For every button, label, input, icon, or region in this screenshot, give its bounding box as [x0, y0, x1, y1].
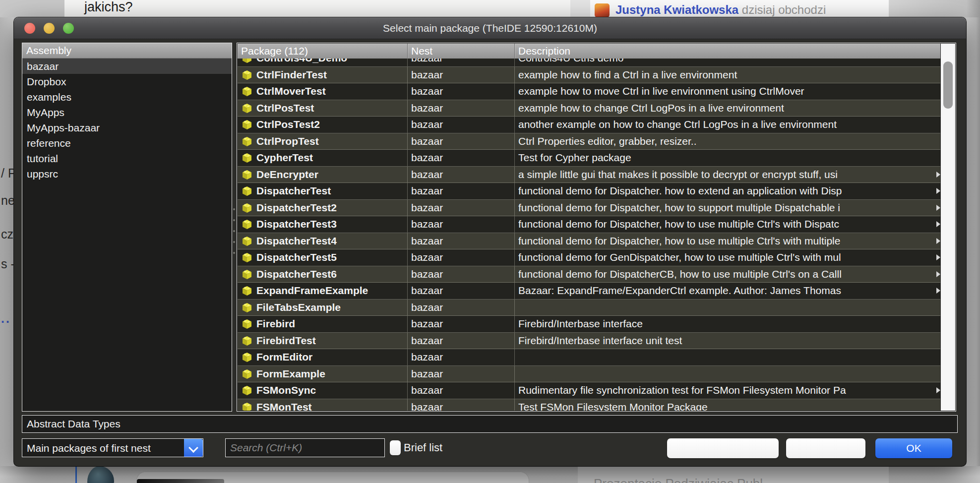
package-icon	[241, 169, 253, 181]
description-cell: Bazaar: ExpandFrame/ExpanderCtrl example…	[515, 283, 941, 299]
package-name-cell: Firebird	[238, 316, 408, 332]
table-row[interactable]: CtrlFinderTest bazaar example how to fin…	[238, 67, 941, 84]
package-icon	[241, 335, 253, 347]
description-cell: functional demo for DispatcherCB, how to…	[515, 266, 941, 283]
truncation-arrow-icon	[936, 271, 940, 277]
truncation-arrow-icon	[936, 221, 940, 227]
column-header-description[interactable]: Description	[515, 44, 941, 59]
dropdown-button[interactable]	[184, 439, 203, 457]
table-row[interactable]: CtrlPropTest bazaar Ctrl Properties edit…	[238, 133, 941, 150]
assembly-list-item[interactable]: MyApps	[22, 105, 232, 120]
assembly-list-item[interactable]: tutorial	[22, 151, 232, 166]
table-row[interactable]: FSMonTest bazaar Test FSMon Filesystem M…	[238, 399, 941, 411]
package-description-field[interactable]: Abstract Data Types	[22, 415, 958, 433]
assembly-list-item[interactable]: MyApps-bazaar	[22, 120, 232, 135]
assembly-list-item[interactable]: bazaar	[22, 59, 232, 74]
package-icon	[241, 135, 253, 147]
table-row[interactable]: FSMonSync bazaar Rudimentary file synchr…	[238, 382, 941, 399]
nest-cell: bazaar	[408, 300, 515, 316]
assembly-list-item[interactable]: reference	[22, 135, 232, 151]
table-row[interactable]: FirebirdTest bazaar Firebird/Interbase i…	[238, 333, 941, 350]
assembly-list-item[interactable]: examples	[22, 89, 232, 105]
assembly-list-item[interactable]: uppsrc	[22, 166, 232, 181]
table-row[interactable]: CtrlPosTest2 bazaar another example on h…	[238, 117, 941, 133]
description-cell	[515, 300, 941, 316]
description-cell: another example on how to change Ctrl Lo…	[515, 117, 941, 133]
table-row[interactable]: ExpandFrameExample bazaar Bazaar: Expand…	[238, 283, 941, 300]
scope-dropdown[interactable]: Main packages of first nest	[22, 438, 203, 457]
nest-cell: bazaar	[408, 283, 515, 299]
truncation-arrow-icon	[936, 238, 940, 244]
package-name-cell: DispatcherTest2	[238, 200, 408, 216]
nest-cell: bazaar	[408, 117, 515, 133]
package-name-cell: CtrlMoverTest	[238, 83, 408, 100]
description-cell	[515, 349, 941, 365]
table-row[interactable]: Firebird bazaar Firebird/Interbase inter…	[238, 316, 941, 333]
package-icon	[241, 268, 253, 280]
brief-list-checkbox[interactable]	[390, 440, 401, 455]
table-header: Package (112) Nest Description	[238, 44, 941, 59]
nest-cell: bazaar	[408, 100, 515, 117]
notification-text: Justyna Kwiatkowska dzisiaj obchodzi	[615, 3, 883, 17]
description-cell: functional demo for Dispatcher. how to e…	[515, 183, 941, 199]
package-name-cell: FSMonSync	[238, 382, 408, 399]
notification-user-link[interactable]: Justyna Kwiatkowska	[615, 3, 738, 16]
nest-cell: bazaar	[408, 83, 515, 100]
assembly-list-item[interactable]: Dropbox	[22, 74, 232, 89]
table-row[interactable]: DispatcherTest bazaar functional demo fo…	[238, 183, 941, 200]
table-row[interactable]: DispatcherTest5 bazaar functional demo f…	[238, 249, 941, 266]
package-name-cell: DispatcherTest4	[238, 233, 408, 249]
nest-cell: bazaar	[408, 133, 515, 150]
background-thumbnail	[137, 479, 224, 483]
background-right-strip	[966, 17, 980, 466]
table-row[interactable]: FormExample bazaar	[238, 366, 941, 383]
table-row[interactable]: CtrlPosTest bazaar example how to change…	[238, 100, 941, 117]
unlabeled-button-1[interactable]	[667, 438, 779, 458]
table-row[interactable]: DispatcherTest2 bazaar functional demo f…	[238, 200, 941, 217]
background-right-edge	[889, 0, 980, 17]
table-row[interactable]: FileTabsExample bazaar	[238, 300, 941, 316]
package-icon	[241, 119, 253, 130]
package-name-cell: DispatcherTest3	[238, 216, 408, 233]
truncation-arrow-icon	[936, 205, 940, 211]
search-input[interactable]	[225, 438, 385, 457]
description-cell: example how to move Ctrl in live environ…	[515, 83, 941, 100]
table-row[interactable]: DispatcherTest4 bazaar functional demo f…	[238, 233, 941, 250]
description-cell: functional demo for GenDispatcher, how t…	[515, 249, 941, 266]
table-row[interactable]: CtrlMoverTest bazaar example how to move…	[238, 83, 941, 100]
ok-button[interactable]: OK	[875, 438, 952, 458]
description-cell: example how to change Ctrl LogPos in a l…	[515, 100, 941, 117]
nest-cell: bazaar	[408, 333, 515, 349]
table-row[interactable]: FormEditor bazaar	[238, 349, 941, 366]
vertical-scrollbar[interactable]	[940, 44, 955, 411]
background-card-left	[64, 0, 570, 17]
background-text-fragment: ..	[1, 311, 11, 326]
assembly-panel: Assembly bazaarDropboxexamplesMyAppsMyAp…	[22, 43, 232, 412]
assembly-list: bazaarDropboxexamplesMyAppsMyApps-bazaar…	[22, 59, 232, 181]
table-row[interactable]: DispatcherTest6 bazaar functional demo f…	[238, 266, 941, 283]
table-row[interactable]: DispatcherTest3 bazaar functional demo f…	[238, 216, 941, 233]
package-name-cell: DispatcherTest5	[238, 249, 408, 266]
nest-cell: bazaar	[408, 183, 515, 199]
column-header-package[interactable]: Package (112)	[238, 44, 408, 59]
background-clipped-text: Prezentację Podziwiając Publ	[594, 476, 871, 483]
description-cell: functional demo for Dispatcher, how to u…	[515, 233, 941, 249]
background-text: jakichs?	[84, 0, 133, 15]
column-header-nest[interactable]: Nest	[408, 44, 515, 59]
assembly-header[interactable]: Assembly	[22, 43, 232, 59]
splitter-handle[interactable]	[233, 208, 235, 258]
truncation-arrow-icon	[936, 188, 940, 194]
unlabeled-button-2[interactable]	[786, 438, 865, 458]
table-row[interactable]: DeEncrypter bazaar a simple little gui t…	[238, 167, 941, 183]
table-row[interactable]: CypherTest bazaar Test for Cypher packag…	[238, 150, 941, 167]
background-left-strip	[0, 17, 14, 466]
title-bar[interactable]: Select main package (TheIDE 12590:12610M…	[14, 17, 966, 39]
description-cell: Firebird/Interbase interface unit test	[515, 333, 941, 349]
nest-cell: bazaar	[408, 216, 515, 233]
package-icon	[241, 152, 253, 164]
scrollbar-thumb[interactable]	[943, 61, 953, 109]
nest-cell: bazaar	[408, 233, 515, 249]
package-name-cell: FirebirdTest	[238, 333, 408, 349]
package-name-cell: DeEncrypter	[238, 167, 408, 183]
table-row[interactable]: Controls4U_Demo bazaar Controls4U Ctrls …	[238, 59, 941, 67]
